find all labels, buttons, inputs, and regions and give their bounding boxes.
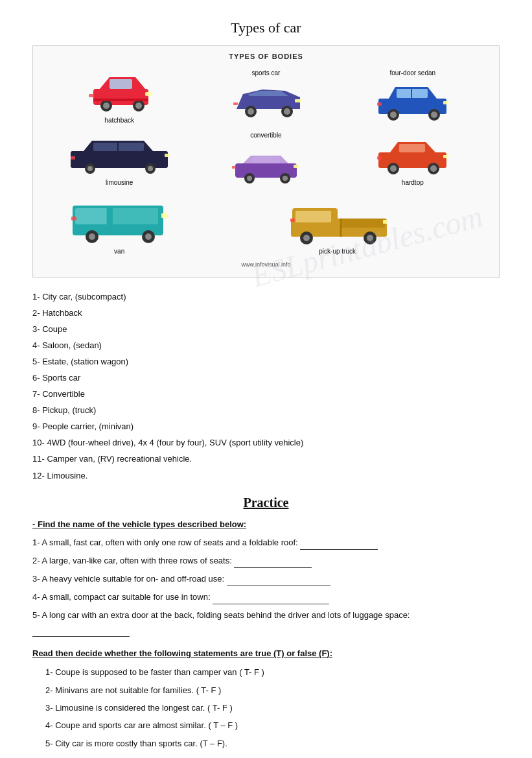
svg-rect-26 bbox=[443, 101, 448, 104]
svg-point-53 bbox=[430, 165, 437, 172]
list-item-7: 7- Convertible bbox=[32, 386, 500, 402]
svg-rect-46 bbox=[232, 166, 236, 169]
list-item-10: 10- 4WD (four-wheel drive), 4x 4 (four b… bbox=[32, 435, 500, 451]
van-icon bbox=[67, 194, 171, 246]
q5-answer-blank[interactable] bbox=[32, 629, 130, 637]
exercise-section-1: - Find the name of the vehicle types des… bbox=[32, 519, 500, 637]
car-types-list: 1- City car, (subcompact) 2- Hatchback 3… bbox=[32, 289, 500, 484]
svg-rect-36 bbox=[165, 154, 170, 157]
car-hatchback: hatchback bbox=[46, 65, 192, 128]
svg-rect-65 bbox=[71, 217, 76, 220]
van-label: van bbox=[114, 248, 124, 255]
svg-point-6 bbox=[135, 102, 142, 109]
list-item-12: 12- Limousine. bbox=[32, 468, 500, 484]
tf-statement-3: 3- Limousine is considered the longest c… bbox=[32, 700, 500, 715]
svg-point-44 bbox=[283, 176, 288, 181]
svg-point-15 bbox=[284, 108, 290, 115]
q5: 5- A long car with an extra door at the … bbox=[32, 608, 500, 637]
svg-rect-8 bbox=[145, 92, 152, 96]
svg-rect-27 bbox=[377, 102, 382, 106]
car-sports: sports car bbox=[192, 65, 339, 128]
q3: 3- A heavy vehicle suitable for on- and … bbox=[32, 572, 500, 586]
limousine-icon bbox=[67, 132, 171, 177]
svg-point-61 bbox=[89, 233, 95, 240]
car-van: van bbox=[46, 190, 192, 259]
page-title: Types of car bbox=[32, 19, 500, 36]
svg-rect-75 bbox=[383, 220, 388, 224]
car-limousine: limousine bbox=[46, 128, 192, 190]
list-item-11: 11- Camper van, (RV) recreational vehicl… bbox=[32, 451, 500, 467]
car-convertible: convertible bbox=[192, 128, 339, 190]
exercise-section-2: Read then decide whether the following s… bbox=[32, 648, 500, 751]
svg-point-13 bbox=[248, 108, 254, 115]
q4: 4- A small, compact car suitable for use… bbox=[32, 590, 500, 604]
svg-point-4 bbox=[103, 102, 110, 109]
hardtop-label: hardtop bbox=[402, 179, 424, 186]
exercise-2-heading: Read then decide whether the following s… bbox=[32, 648, 500, 658]
svg-point-42 bbox=[247, 176, 252, 181]
pickup-icon bbox=[279, 194, 396, 246]
hatchback-icon bbox=[77, 69, 161, 115]
svg-point-25 bbox=[431, 112, 437, 118]
svg-rect-69 bbox=[341, 219, 385, 228]
list-item-9: 9- People carrier, (minivan) bbox=[32, 419, 500, 434]
q2-answer-blank[interactable] bbox=[234, 560, 312, 568]
list-item-1: 1- City car, (subcompact) bbox=[32, 289, 500, 305]
svg-rect-57 bbox=[75, 208, 108, 224]
svg-rect-45 bbox=[294, 165, 299, 168]
svg-rect-68 bbox=[295, 211, 331, 222]
tf-statement-4: 4- Coupe and sports car are almost simil… bbox=[32, 718, 500, 733]
image-section-heading: TYPES OF BODIES bbox=[46, 53, 486, 60]
convertible-icon bbox=[224, 140, 308, 185]
q2: 2- A large, van-like car, often with thr… bbox=[32, 554, 500, 568]
image-section: TYPES OF BODIES hatchback sports car bbox=[32, 45, 500, 278]
svg-point-72 bbox=[303, 235, 310, 241]
q1: 1- A small, fast car, often with only on… bbox=[32, 536, 500, 550]
list-item-2: 2- Hatchback bbox=[32, 305, 500, 321]
list-item-8: 8- Pickup, (truck) bbox=[32, 403, 500, 418]
svg-rect-17 bbox=[233, 102, 238, 105]
svg-point-23 bbox=[390, 112, 397, 118]
svg-point-33 bbox=[87, 166, 93, 171]
sedan-icon bbox=[371, 78, 455, 123]
tf-statement-1: 1- Coupe is supposed to be faster than c… bbox=[32, 665, 500, 680]
svg-rect-55 bbox=[377, 156, 382, 160]
q4-answer-blank[interactable] bbox=[213, 597, 329, 604]
list-item-6: 6- Sports car bbox=[32, 370, 500, 386]
svg-rect-37 bbox=[71, 156, 75, 160]
list-item-5: 5- Estate, (station wagon) bbox=[32, 354, 500, 370]
svg-rect-49 bbox=[399, 144, 425, 152]
car-sedan: four-door sedan bbox=[340, 65, 486, 128]
svg-rect-58 bbox=[113, 208, 158, 224]
hardtop-icon bbox=[371, 132, 455, 177]
svg-point-35 bbox=[148, 166, 153, 171]
sports-car-icon bbox=[224, 78, 308, 123]
svg-rect-2 bbox=[110, 79, 132, 89]
q1-answer-blank[interactable] bbox=[300, 542, 378, 550]
sedan-top-label: four-door sedan bbox=[390, 69, 436, 77]
pickup-label: pick-up truck bbox=[319, 248, 356, 255]
car-pickup: pick-up truck bbox=[192, 190, 486, 259]
exercise-1-heading: - Find the name of the vehicle types des… bbox=[32, 519, 500, 529]
convertible-top-label: convertible bbox=[250, 132, 281, 139]
svg-point-63 bbox=[145, 233, 152, 240]
list-item-4: 4- Saloon, (sedan) bbox=[32, 338, 500, 353]
q3-answer-blank[interactable] bbox=[227, 578, 330, 586]
svg-rect-7 bbox=[93, 99, 148, 101]
svg-point-51 bbox=[390, 165, 397, 172]
svg-rect-54 bbox=[443, 155, 448, 158]
url-watermark: www.infovisual.info bbox=[46, 261, 486, 268]
tf-statement-5: 5- City car is more costly than sports c… bbox=[32, 736, 500, 751]
cars-grid: hatchback sports car four-door sedan bbox=[46, 65, 486, 259]
tf-statement-2: 2- Minivans are not suitable for familie… bbox=[32, 683, 500, 698]
car-hardtop: hardtop bbox=[340, 128, 486, 190]
svg-rect-9 bbox=[89, 94, 94, 97]
practice-section: Practice - Find the name of the vehicle … bbox=[32, 495, 500, 752]
sports-car-top-label: sports car bbox=[252, 69, 281, 77]
practice-title: Practice bbox=[32, 495, 500, 510]
svg-rect-76 bbox=[290, 219, 295, 222]
svg-rect-16 bbox=[295, 99, 301, 102]
svg-rect-64 bbox=[161, 213, 168, 218]
hatchback-label: hatchback bbox=[104, 117, 134, 124]
svg-point-74 bbox=[367, 235, 373, 241]
